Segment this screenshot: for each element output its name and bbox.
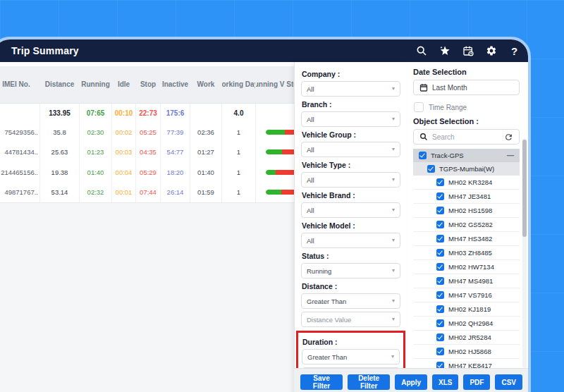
table-row[interactable]: 49871767..53.1402:3200:0107:4426:1401:59… xyxy=(0,183,294,203)
filter-select[interactable]: All▾ xyxy=(301,202,400,218)
date-range-input[interactable]: Last Month xyxy=(413,80,520,95)
vehicle-label: MH02 KR3284 xyxy=(448,178,492,186)
filter-select[interactable]: Greater Than▾ xyxy=(301,293,400,309)
duration-select[interactable]: Greater Than▾ xyxy=(302,349,400,365)
filter-select[interactable]: All▾ xyxy=(301,233,400,248)
filter-panel: Company :All▾Branch :All▾Vehicle Group :… xyxy=(294,62,407,392)
xls-button[interactable]: XLS xyxy=(432,374,458,390)
column-header-distance: Distance xyxy=(40,66,80,103)
duration-label: Duration : xyxy=(302,338,399,346)
checkbox-checked-icon[interactable] xyxy=(436,348,444,355)
action-footer: Save FilterDelete FilterApplyXLSPDFCSV xyxy=(294,368,528,392)
bar-running-segment xyxy=(266,190,281,195)
checkbox-checked-icon[interactable] xyxy=(436,305,444,313)
object-search-input[interactable]: Search xyxy=(413,129,520,145)
checkbox-checked-icon[interactable] xyxy=(436,235,444,243)
filter-select[interactable]: Running▾ xyxy=(301,263,400,278)
filter-label: Branch : xyxy=(302,100,400,109)
vehicle-list-item[interactable]: MH02 JR5284 xyxy=(413,331,520,345)
filter-select[interactable]: All▾ xyxy=(301,172,400,188)
column-header-imei: IMEI No. xyxy=(0,66,40,103)
vehicle-list-item[interactable]: MH03 ZH8485 xyxy=(413,246,520,260)
checkbox-checked-icon[interactable] xyxy=(436,192,444,200)
object-tree: Track-GPS — TGPS-Mumbai(W) MH02 KR3284MH… xyxy=(413,149,520,387)
apply-button[interactable]: Apply xyxy=(395,374,427,390)
time-range-checkbox-row[interactable]: Time Range xyxy=(414,102,519,112)
vehicle-list-item[interactable]: MH02 GS5282 xyxy=(413,218,520,232)
vehicle-label: MH47 HS3482 xyxy=(448,235,492,243)
cell-work: 01:40 xyxy=(190,162,222,183)
cell-working_days: 1 xyxy=(222,142,256,163)
vehicle-list-item[interactable]: MH47 HS3482 xyxy=(413,232,520,246)
checkbox-checked-icon[interactable] xyxy=(436,277,444,285)
refresh-icon[interactable] xyxy=(504,133,513,142)
chevron-down-icon: ▾ xyxy=(392,317,395,322)
vehicle-list-item[interactable]: MH47 JE3481 xyxy=(413,190,520,204)
cell-idle: 00:04 xyxy=(112,162,136,183)
save-filter-button[interactable]: Save Filter xyxy=(300,374,343,390)
table-row[interactable]: 214465156..19.3801:4000:0405:2918:2001:4… xyxy=(0,162,294,183)
vehicle-list-item[interactable]: MH47 MS4981 xyxy=(413,274,520,288)
cell-inactive: 26:14 xyxy=(161,183,190,203)
checkbox-checked-icon[interactable] xyxy=(427,165,435,173)
tree-root-row[interactable]: Track-GPS — xyxy=(413,149,520,162)
select-value: All xyxy=(307,85,314,93)
collapse-minus-icon[interactable]: — xyxy=(507,152,514,159)
checkbox-checked-icon[interactable] xyxy=(436,319,444,327)
checkbox-checked-icon[interactable] xyxy=(436,178,444,186)
schedule-report-icon[interactable] xyxy=(462,45,474,57)
table-header-row: IMEI No.DistanceRunningIdleStopInactiveW… xyxy=(0,66,294,104)
search-icon[interactable] xyxy=(415,45,427,57)
column-header-inactive: Inactive xyxy=(161,66,190,103)
cell-working_days: 4.0 xyxy=(222,104,256,122)
chevron-down-icon: ▾ xyxy=(392,116,395,122)
bar-stop-segment xyxy=(282,149,294,154)
scrollbar-track[interactable] xyxy=(522,138,527,368)
vehicle-label: MH02 HS1598 xyxy=(448,207,492,214)
vehicle-list-item[interactable]: MH02 HW7134 xyxy=(413,260,520,274)
cell-idle: 00:01 xyxy=(112,183,136,203)
time-range-checkbox[interactable] xyxy=(414,102,424,112)
bar-stop-segment xyxy=(285,130,294,135)
select-value: All xyxy=(307,146,314,154)
csv-button[interactable]: CSV xyxy=(495,374,522,390)
checkbox-checked-icon[interactable] xyxy=(436,263,444,271)
vehicle-list-item[interactable]: MH02 KR3284 xyxy=(413,176,520,190)
table-row[interactable]: 44781434..25.6301:2300:0304:3554:7701:27… xyxy=(0,142,294,163)
column-header-bar: Running V Stop xyxy=(256,66,294,103)
filter-select[interactable]: All▾ xyxy=(301,81,400,97)
bar-stop-segment xyxy=(276,170,294,175)
vehicle-list-item[interactable]: MH47 VS7916 xyxy=(413,288,520,302)
tree-group-row[interactable]: TGPS-Mumbai(W) xyxy=(413,162,520,176)
checkbox-checked-icon[interactable] xyxy=(419,152,427,159)
checkbox-checked-icon[interactable] xyxy=(436,249,444,257)
filter-select[interactable]: All▾ xyxy=(301,142,400,157)
cell-stop: 07:44 xyxy=(136,183,161,203)
table-row[interactable]: 75429356..35.802:3000:0205:2577:3902:361 xyxy=(0,122,294,142)
cell-running: 01:23 xyxy=(80,142,112,163)
vehicle-label: MH02 HW7134 xyxy=(448,263,494,271)
pdf-button[interactable]: PDF xyxy=(463,374,490,390)
scrollbar-thumb[interactable] xyxy=(522,140,527,237)
checkbox-checked-icon[interactable] xyxy=(436,207,444,214)
cell-imei xyxy=(0,104,40,122)
checkbox-checked-icon[interactable] xyxy=(436,291,444,299)
checkbox-checked-icon[interactable] xyxy=(436,221,444,228)
delete-filter-button[interactable]: Delete Filter xyxy=(348,374,390,390)
settings-gear-icon[interactable] xyxy=(485,45,497,57)
cell-work: 02:36 xyxy=(190,122,222,142)
tree-group-label: TGPS-Mumbai(W) xyxy=(439,165,494,173)
vehicle-list-item[interactable]: MH02 KJ1819 xyxy=(413,302,520,317)
tree-root-label: Track-GPS xyxy=(431,152,464,159)
checkbox-checked-icon[interactable] xyxy=(436,333,444,341)
vehicle-list-item[interactable]: MH02 HJ5868 xyxy=(413,345,520,359)
favorites-star-icon[interactable] xyxy=(439,45,450,57)
filter-select[interactable]: Distance Value▾ xyxy=(301,312,400,327)
cell-imei: 44781434.. xyxy=(0,142,40,163)
object-selection-label: Object Selection : xyxy=(413,117,520,125)
column-header-work: Work xyxy=(190,66,222,103)
vehicle-list-item[interactable]: MH02 QH2984 xyxy=(413,317,520,331)
filter-select[interactable]: All▾ xyxy=(301,111,400,127)
help-icon[interactable]: ? xyxy=(508,45,520,57)
vehicle-list-item[interactable]: MH02 HS1598 xyxy=(413,204,520,218)
